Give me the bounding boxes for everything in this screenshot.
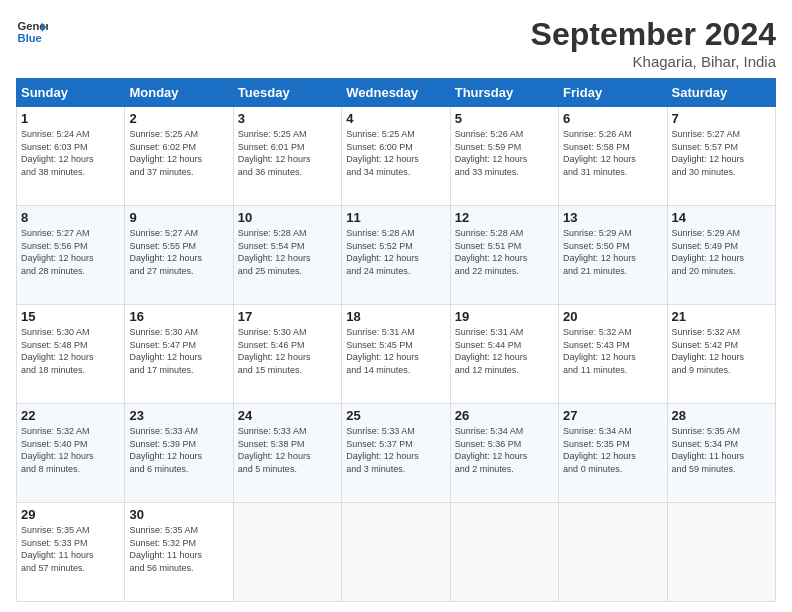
day-info: Sunrise: 5:27 AM Sunset: 5:56 PM Dayligh…	[21, 227, 120, 277]
day-cell: 29Sunrise: 5:35 AM Sunset: 5:33 PM Dayli…	[17, 503, 125, 602]
day-cell: 24Sunrise: 5:33 AM Sunset: 5:38 PM Dayli…	[233, 404, 341, 503]
day-cell: 15Sunrise: 5:30 AM Sunset: 5:48 PM Dayli…	[17, 305, 125, 404]
day-number: 30	[129, 507, 228, 522]
day-info: Sunrise: 5:30 AM Sunset: 5:46 PM Dayligh…	[238, 326, 337, 376]
week-row-3: 22Sunrise: 5:32 AM Sunset: 5:40 PM Dayli…	[17, 404, 776, 503]
day-info: Sunrise: 5:34 AM Sunset: 5:35 PM Dayligh…	[563, 425, 662, 475]
day-cell: 9Sunrise: 5:27 AM Sunset: 5:55 PM Daylig…	[125, 206, 233, 305]
day-cell	[233, 503, 341, 602]
day-cell: 16Sunrise: 5:30 AM Sunset: 5:47 PM Dayli…	[125, 305, 233, 404]
day-info: Sunrise: 5:25 AM Sunset: 6:00 PM Dayligh…	[346, 128, 445, 178]
header: General Blue September 2024 Khagaria, Bi…	[16, 16, 776, 70]
day-number: 1	[21, 111, 120, 126]
day-info: Sunrise: 5:26 AM Sunset: 5:59 PM Dayligh…	[455, 128, 554, 178]
day-number: 13	[563, 210, 662, 225]
day-info: Sunrise: 5:28 AM Sunset: 5:52 PM Dayligh…	[346, 227, 445, 277]
day-number: 18	[346, 309, 445, 324]
day-cell: 5Sunrise: 5:26 AM Sunset: 5:59 PM Daylig…	[450, 107, 558, 206]
day-cell: 17Sunrise: 5:30 AM Sunset: 5:46 PM Dayli…	[233, 305, 341, 404]
day-cell: 1Sunrise: 5:24 AM Sunset: 6:03 PM Daylig…	[17, 107, 125, 206]
logo: General Blue	[16, 16, 48, 48]
day-number: 15	[21, 309, 120, 324]
day-info: Sunrise: 5:32 AM Sunset: 5:40 PM Dayligh…	[21, 425, 120, 475]
day-cell: 13Sunrise: 5:29 AM Sunset: 5:50 PM Dayli…	[559, 206, 667, 305]
day-cell	[450, 503, 558, 602]
day-cell	[559, 503, 667, 602]
day-number: 3	[238, 111, 337, 126]
day-info: Sunrise: 5:29 AM Sunset: 5:49 PM Dayligh…	[672, 227, 771, 277]
day-info: Sunrise: 5:30 AM Sunset: 5:47 PM Dayligh…	[129, 326, 228, 376]
week-row-4: 29Sunrise: 5:35 AM Sunset: 5:33 PM Dayli…	[17, 503, 776, 602]
day-info: Sunrise: 5:35 AM Sunset: 5:34 PM Dayligh…	[672, 425, 771, 475]
day-number: 11	[346, 210, 445, 225]
col-sunday: Sunday	[17, 79, 125, 107]
day-cell: 6Sunrise: 5:26 AM Sunset: 5:58 PM Daylig…	[559, 107, 667, 206]
day-info: Sunrise: 5:34 AM Sunset: 5:36 PM Dayligh…	[455, 425, 554, 475]
day-info: Sunrise: 5:24 AM Sunset: 6:03 PM Dayligh…	[21, 128, 120, 178]
day-cell: 22Sunrise: 5:32 AM Sunset: 5:40 PM Dayli…	[17, 404, 125, 503]
header-row: Sunday Monday Tuesday Wednesday Thursday…	[17, 79, 776, 107]
day-cell	[342, 503, 450, 602]
svg-text:Blue: Blue	[18, 32, 42, 44]
day-info: Sunrise: 5:30 AM Sunset: 5:48 PM Dayligh…	[21, 326, 120, 376]
subtitle: Khagaria, Bihar, India	[531, 53, 776, 70]
page: General Blue September 2024 Khagaria, Bi…	[0, 0, 792, 612]
col-wednesday: Wednesday	[342, 79, 450, 107]
day-info: Sunrise: 5:33 AM Sunset: 5:38 PM Dayligh…	[238, 425, 337, 475]
day-number: 26	[455, 408, 554, 423]
day-info: Sunrise: 5:33 AM Sunset: 5:37 PM Dayligh…	[346, 425, 445, 475]
week-row-1: 8Sunrise: 5:27 AM Sunset: 5:56 PM Daylig…	[17, 206, 776, 305]
day-cell: 28Sunrise: 5:35 AM Sunset: 5:34 PM Dayli…	[667, 404, 775, 503]
day-cell: 26Sunrise: 5:34 AM Sunset: 5:36 PM Dayli…	[450, 404, 558, 503]
col-friday: Friday	[559, 79, 667, 107]
day-cell: 21Sunrise: 5:32 AM Sunset: 5:42 PM Dayli…	[667, 305, 775, 404]
day-info: Sunrise: 5:25 AM Sunset: 6:02 PM Dayligh…	[129, 128, 228, 178]
day-info: Sunrise: 5:29 AM Sunset: 5:50 PM Dayligh…	[563, 227, 662, 277]
day-info: Sunrise: 5:35 AM Sunset: 5:33 PM Dayligh…	[21, 524, 120, 574]
col-monday: Monday	[125, 79, 233, 107]
day-cell: 18Sunrise: 5:31 AM Sunset: 5:45 PM Dayli…	[342, 305, 450, 404]
day-cell: 27Sunrise: 5:34 AM Sunset: 5:35 PM Dayli…	[559, 404, 667, 503]
calendar-table: Sunday Monday Tuesday Wednesday Thursday…	[16, 78, 776, 602]
day-number: 6	[563, 111, 662, 126]
day-number: 21	[672, 309, 771, 324]
day-info: Sunrise: 5:26 AM Sunset: 5:58 PM Dayligh…	[563, 128, 662, 178]
day-cell: 4Sunrise: 5:25 AM Sunset: 6:00 PM Daylig…	[342, 107, 450, 206]
week-row-2: 15Sunrise: 5:30 AM Sunset: 5:48 PM Dayli…	[17, 305, 776, 404]
day-number: 2	[129, 111, 228, 126]
day-info: Sunrise: 5:28 AM Sunset: 5:54 PM Dayligh…	[238, 227, 337, 277]
day-number: 19	[455, 309, 554, 324]
day-number: 9	[129, 210, 228, 225]
title-block: September 2024 Khagaria, Bihar, India	[531, 16, 776, 70]
day-cell: 11Sunrise: 5:28 AM Sunset: 5:52 PM Dayli…	[342, 206, 450, 305]
day-number: 17	[238, 309, 337, 324]
day-number: 23	[129, 408, 228, 423]
day-number: 25	[346, 408, 445, 423]
day-cell: 23Sunrise: 5:33 AM Sunset: 5:39 PM Dayli…	[125, 404, 233, 503]
day-info: Sunrise: 5:31 AM Sunset: 5:45 PM Dayligh…	[346, 326, 445, 376]
day-cell: 7Sunrise: 5:27 AM Sunset: 5:57 PM Daylig…	[667, 107, 775, 206]
day-number: 22	[21, 408, 120, 423]
day-info: Sunrise: 5:33 AM Sunset: 5:39 PM Dayligh…	[129, 425, 228, 475]
day-cell: 10Sunrise: 5:28 AM Sunset: 5:54 PM Dayli…	[233, 206, 341, 305]
col-saturday: Saturday	[667, 79, 775, 107]
day-number: 28	[672, 408, 771, 423]
month-title: September 2024	[531, 16, 776, 53]
day-number: 16	[129, 309, 228, 324]
day-number: 24	[238, 408, 337, 423]
day-cell	[667, 503, 775, 602]
day-number: 5	[455, 111, 554, 126]
week-row-0: 1Sunrise: 5:24 AM Sunset: 6:03 PM Daylig…	[17, 107, 776, 206]
day-cell: 14Sunrise: 5:29 AM Sunset: 5:49 PM Dayli…	[667, 206, 775, 305]
col-thursday: Thursday	[450, 79, 558, 107]
day-number: 27	[563, 408, 662, 423]
day-info: Sunrise: 5:25 AM Sunset: 6:01 PM Dayligh…	[238, 128, 337, 178]
day-cell: 30Sunrise: 5:35 AM Sunset: 5:32 PM Dayli…	[125, 503, 233, 602]
day-number: 8	[21, 210, 120, 225]
day-cell: 20Sunrise: 5:32 AM Sunset: 5:43 PM Dayli…	[559, 305, 667, 404]
day-info: Sunrise: 5:31 AM Sunset: 5:44 PM Dayligh…	[455, 326, 554, 376]
day-number: 14	[672, 210, 771, 225]
day-number: 4	[346, 111, 445, 126]
day-cell: 12Sunrise: 5:28 AM Sunset: 5:51 PM Dayli…	[450, 206, 558, 305]
day-cell: 19Sunrise: 5:31 AM Sunset: 5:44 PM Dayli…	[450, 305, 558, 404]
